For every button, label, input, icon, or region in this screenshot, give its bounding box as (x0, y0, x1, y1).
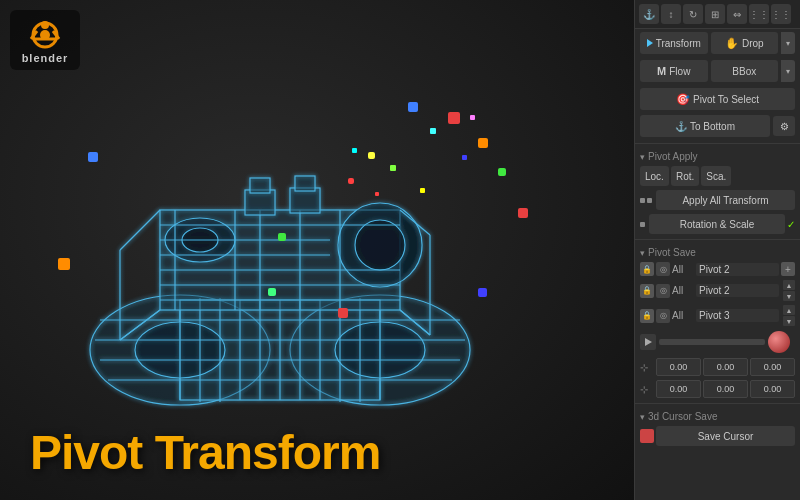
anchor-icon: ⚓ (675, 121, 687, 132)
sca-btn[interactable]: Sca. (701, 166, 731, 186)
divider1 (635, 143, 800, 144)
coord-z-2[interactable]: 0.00 (750, 380, 795, 398)
flow-label: Flow (669, 66, 690, 77)
save-label-3: All (672, 310, 694, 321)
cursor-icon (640, 429, 654, 443)
flow-bbox-row: M Flow BBox ▾ (635, 57, 800, 85)
save-cursor-row: Save Cursor (635, 424, 800, 448)
down-btn-1[interactable]: ▼ (783, 291, 795, 301)
svg-point-70 (41, 21, 49, 29)
svg-rect-59 (268, 288, 276, 296)
more-icon-btn[interactable]: ⋮⋮ (771, 4, 791, 24)
rotate-icon-btn[interactable]: ↻ (683, 4, 703, 24)
svg-rect-64 (420, 188, 425, 193)
save-icon-5: 🔒 (640, 309, 654, 323)
blender-logo-text: blender (22, 52, 69, 64)
right-panel: ⚓ ↕ ↻ ⊞ ⇔ ⋮⋮ ⋮⋮ Transform ✋ Drop ▾ M Flo… (634, 0, 800, 500)
save-icon-3: 🔒 (640, 284, 654, 298)
svg-rect-53 (88, 152, 98, 162)
divider3 (635, 403, 800, 404)
save-cursor-label: Save Cursor (698, 431, 754, 442)
svg-rect-65 (352, 148, 357, 153)
up-btn-2[interactable]: ▲ (783, 305, 795, 315)
play-btn[interactable] (640, 334, 656, 350)
pivot-select-row: 🎯 Pivot To Select (635, 85, 800, 113)
svg-rect-66 (375, 192, 379, 196)
svg-rect-39 (295, 176, 315, 191)
down-btn-2[interactable]: ▼ (783, 316, 795, 326)
drop-label: Drop (742, 38, 764, 49)
play-triangle-icon (645, 338, 652, 346)
play-icon (647, 39, 653, 47)
apply-all-label: Apply All Transform (682, 195, 768, 206)
svg-rect-62 (470, 115, 475, 120)
svg-rect-67 (462, 155, 467, 160)
loc-rot-sca-row: Loc. Rot. Sca. (635, 164, 800, 188)
svg-rect-55 (338, 308, 348, 318)
progress-bar (659, 339, 765, 345)
coord-row-1: ⊹ 0.00 0.00 0.00 (635, 356, 800, 378)
snap-icon-btn[interactable]: ⚓ (639, 4, 659, 24)
svg-rect-57 (368, 152, 375, 159)
loc-label: Loc. (645, 171, 664, 182)
save-label-2: All (672, 285, 694, 296)
drop-btn[interactable]: ✋ Drop (711, 32, 779, 54)
flow-btn[interactable]: M Flow (640, 60, 708, 82)
playback-row (635, 328, 800, 356)
svg-rect-37 (290, 188, 320, 213)
rot-btn[interactable]: Rot. (671, 166, 699, 186)
up-btn-1[interactable]: ▲ (783, 280, 795, 290)
rot-label: Rot. (676, 171, 694, 182)
title-text: Pivot Transform (30, 425, 380, 480)
bbox-btn[interactable]: BBox (711, 60, 779, 82)
sphere-icon[interactable] (768, 331, 790, 353)
save-icon-4: ◎ (656, 284, 670, 298)
mirror-icon-btn[interactable]: ⇔ (727, 4, 747, 24)
pivot-to-select-label: Pivot To Select (693, 94, 759, 105)
save-row-2: 🔒 ◎ All Pivot 2 ▲ ▼ (635, 278, 800, 303)
coord-x-2[interactable]: 0.00 (656, 380, 701, 398)
to-bottom-btn[interactable]: ⚓ To Bottom (640, 115, 770, 137)
arrow-col-2: ▲ ▼ (783, 305, 795, 326)
loc-btn[interactable]: Loc. (640, 166, 669, 186)
pivot-save-header: Pivot Save (635, 243, 800, 260)
coord-y-1[interactable]: 0.00 (703, 358, 748, 376)
save-icon-1: 🔒 (640, 262, 654, 276)
grid-icon (640, 198, 652, 203)
coord-y-2[interactable]: 0.00 (703, 380, 748, 398)
rot-scale-btn[interactable]: Rotation & Scale (649, 214, 785, 234)
coord-z-1[interactable]: 0.00 (750, 358, 795, 376)
apply-all-btn[interactable]: Apply All Transform (656, 190, 795, 210)
save-name-3: Pivot 3 (696, 309, 779, 322)
save-label-1: All (672, 264, 694, 275)
save-icon-2: ◎ (656, 262, 670, 276)
blender-logo: blender (10, 10, 80, 70)
grid-icon2 (640, 222, 645, 227)
sca-label: Sca. (706, 171, 726, 182)
svg-rect-60 (478, 288, 487, 297)
save-cursor-btn[interactable]: Save Cursor (656, 426, 795, 446)
pivot-to-select-btn[interactable]: 🎯 Pivot To Select (640, 88, 795, 110)
extra-icon-btn[interactable]: ⋮⋮ (749, 4, 769, 24)
save-row-3: 🔒 ◎ All Pivot 3 ▲ ▼ (635, 303, 800, 328)
svg-point-23 (355, 220, 405, 270)
settings-btn[interactable]: ⚙ (773, 116, 795, 136)
coord-x-1[interactable]: 0.00 (656, 358, 701, 376)
transform-label: Transform (656, 38, 701, 49)
scale-icon-btn[interactable]: ⊞ (705, 4, 725, 24)
dropdown-arrow2[interactable]: ▾ (781, 60, 795, 82)
save-name-2: Pivot 2 (696, 284, 779, 297)
save-icon-6: ◎ (656, 309, 670, 323)
svg-rect-56 (278, 233, 286, 241)
dropdown-arrow[interactable]: ▾ (781, 32, 795, 54)
transform-btn[interactable]: Transform (640, 32, 708, 54)
coord-icon-1: ⊹ (640, 362, 654, 373)
rot-scale-label: Rotation & Scale (680, 219, 755, 230)
pivot-apply-header: Pivot Apply (635, 147, 800, 164)
save-plus-1[interactable]: + (781, 262, 795, 276)
svg-rect-36 (245, 190, 275, 215)
apply-all-row: Apply All Transform (635, 188, 800, 212)
coord-icon-2: ⊹ (640, 384, 654, 395)
divider2 (635, 239, 800, 240)
move-icon-btn[interactable]: ↕ (661, 4, 681, 24)
